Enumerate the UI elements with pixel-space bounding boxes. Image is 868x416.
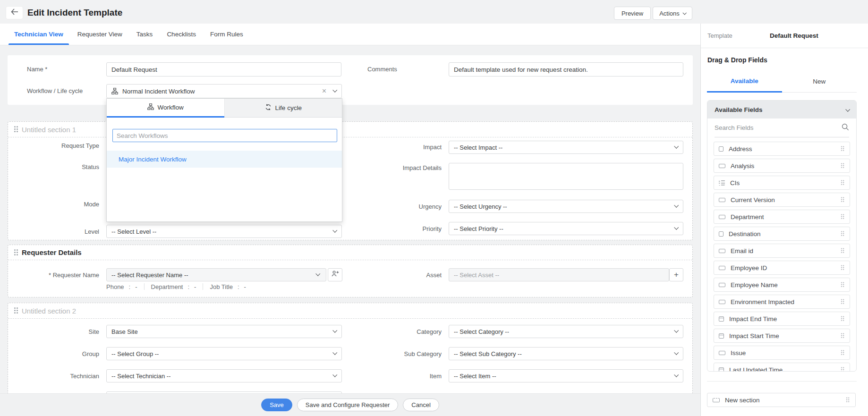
field-item-last-updated-time[interactable]: Last Updated Time — [714, 363, 850, 372]
preview-button[interactable]: Preview — [614, 7, 651, 20]
list-icon — [719, 180, 725, 186]
clear-workflow-icon[interactable]: × — [322, 86, 326, 96]
dropdown-tab-lifecycle[interactable]: Life cycle — [224, 99, 342, 118]
cancel-button[interactable]: Cancel — [403, 399, 439, 411]
template-row: Template Default Request — [701, 24, 868, 48]
sub-category-select[interactable]: -- Select Sub Category -- — [449, 347, 683, 360]
workflow-label: Workflow / Life cycle — [27, 87, 83, 95]
colon: : — [187, 283, 189, 290]
tab-new[interactable]: New — [782, 71, 857, 93]
tab-tasks[interactable]: Tasks — [131, 24, 159, 45]
field-item-cis[interactable]: CIs — [714, 176, 850, 190]
textarea-icon — [719, 231, 723, 237]
drag-handle-icon[interactable] — [14, 249, 18, 256]
field-item-employee-name[interactable]: Employee Name — [714, 278, 850, 292]
textbox-icon — [719, 215, 725, 219]
drag-drop-title: Drag & Drop Fields — [707, 56, 767, 64]
drag-handle-icon[interactable] — [841, 316, 844, 321]
field-item-email-id[interactable]: Email id — [714, 244, 850, 258]
category-select[interactable]: -- Select Category -- — [449, 325, 683, 338]
tab-form-rules[interactable]: Form Rules — [204, 24, 249, 45]
drag-handle-icon[interactable] — [841, 146, 844, 151]
tab-requester-view[interactable]: Requester View — [72, 24, 128, 45]
drag-handle-icon[interactable] — [841, 180, 844, 185]
drag-handle-icon[interactable] — [841, 282, 844, 287]
save-button[interactable]: Save — [261, 399, 292, 411]
back-button[interactable] — [6, 6, 23, 19]
footer-action-bar: Save Save and Configure Requester Cancel — [0, 393, 700, 416]
textbox-icon — [719, 351, 725, 355]
site-select[interactable]: Base Site — [106, 325, 342, 338]
dropdown-tab-workflow[interactable]: Workflow — [107, 99, 224, 118]
add-asset-button[interactable]: + — [669, 268, 683, 281]
field-item-issue[interactable]: Issue — [714, 346, 850, 360]
drag-handle-icon[interactable] — [841, 299, 844, 304]
chevron-down-icon — [674, 328, 679, 333]
available-fields-header[interactable]: Available Fields — [707, 101, 856, 119]
search-fields-row — [715, 119, 849, 137]
group-select[interactable]: -- Select Group -- — [106, 347, 342, 360]
available-fields-list: Address Analysis CIs Current Version Dep… — [707, 137, 856, 372]
chevron-down-icon — [332, 350, 337, 355]
drag-handle-icon[interactable] — [841, 248, 844, 253]
item-select[interactable]: -- Select Item -- — [449, 369, 683, 382]
drag-handle-icon[interactable] — [846, 397, 850, 402]
field-item-address[interactable]: Address — [714, 142, 850, 156]
drag-handle-icon[interactable] — [841, 265, 844, 270]
colon: : — [238, 283, 239, 290]
field-item-destination[interactable]: Destination — [714, 227, 850, 241]
technician-select[interactable]: -- Select Technician -- — [106, 369, 342, 382]
field-item-current-version[interactable]: Current Version — [714, 193, 850, 207]
comments-input[interactable] — [449, 62, 683, 76]
textbox-icon — [719, 198, 725, 202]
actions-button[interactable]: Actions — [653, 7, 692, 20]
priority-label: Priority — [352, 225, 442, 233]
drag-handle-icon[interactable] — [841, 367, 844, 372]
lifecycle-icon — [265, 104, 272, 112]
workflow-result-item[interactable]: Major Incident Workflow — [107, 151, 342, 168]
field-item-analysis[interactable]: Analysis — [714, 159, 850, 173]
available-fields-panel: Available Fields Address Analysis CIs Cu… — [707, 100, 857, 372]
tab-checklists[interactable]: Checklists — [161, 24, 202, 45]
department-value: - — [194, 283, 196, 290]
urgency-select[interactable]: -- Select Urgency -- — [449, 200, 683, 213]
textbox-icon — [719, 266, 725, 270]
search-workflows-input[interactable] — [112, 129, 337, 142]
impact-details-textarea[interactable] — [449, 163, 683, 190]
field-item-environment-impacted[interactable]: Environment Impacted — [714, 295, 850, 309]
search-fields-input[interactable] — [715, 124, 842, 131]
impact-select[interactable]: -- Select Impact -- — [449, 141, 683, 154]
name-input[interactable] — [106, 62, 341, 76]
workflow-select[interactable]: Normal Incident Workflow × — [106, 84, 342, 98]
chevron-down-icon — [674, 350, 679, 355]
new-section-item[interactable]: New section — [707, 393, 856, 407]
tab-technician-view[interactable]: Technician View — [9, 24, 69, 45]
colon: : — [129, 283, 131, 290]
level-select[interactable]: -- Select Level -- — [106, 225, 342, 238]
field-item-impact-start-time[interactable]: Impact Start Time — [714, 329, 850, 343]
drag-handle-icon[interactable] — [841, 231, 844, 236]
drag-handle-icon[interactable] — [14, 307, 18, 314]
requester-name-select[interactable]: -- Select Requester Name -- — [106, 268, 326, 281]
request-type-label: Request Type — [9, 142, 99, 150]
requester-section-header[interactable]: Requester Details — [8, 245, 692, 260]
drag-handle-icon[interactable] — [841, 163, 844, 168]
priority-select[interactable]: -- Select Priority -- — [449, 222, 683, 235]
drag-handle-icon[interactable] — [841, 214, 844, 219]
save-and-configure-button[interactable]: Save and Configure Requester — [297, 399, 399, 411]
drag-handle-icon[interactable] — [14, 126, 18, 133]
chevron-down-icon — [315, 272, 320, 276]
asset-label: Asset — [352, 272, 442, 279]
add-requester-button[interactable] — [328, 268, 342, 281]
requester-name-label: * Requester Name — [9, 272, 99, 279]
field-item-department[interactable]: Department — [714, 210, 850, 224]
tab-available[interactable]: Available — [707, 71, 782, 93]
field-item-impact-end-time[interactable]: Impact End Time — [714, 312, 850, 326]
chevron-down-icon — [332, 228, 337, 233]
field-item-employee-id[interactable]: Employee ID — [714, 261, 850, 275]
drag-handle-icon[interactable] — [841, 197, 844, 202]
drag-handle-icon[interactable] — [841, 350, 844, 355]
drag-handle-icon[interactable] — [841, 333, 844, 338]
asset-lookup-field[interactable]: -- Select Asset -- — [449, 268, 669, 281]
section-2-header[interactable]: Untitled section 2 — [8, 303, 692, 319]
